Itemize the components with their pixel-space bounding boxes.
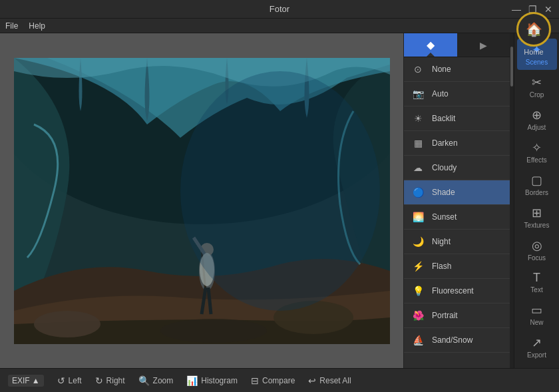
tool-icon-adjust: ⊕ — [532, 108, 542, 122]
scene-item-cloudy[interactable]: ☁Cloudy — [404, 156, 510, 180]
reset-button[interactable]: ↩ Reset All — [308, 375, 351, 386]
right-panel-wrapper: ◆ ▶ ⊙None📷Auto☀Backlit▦Darken☁Cloudy🔵Sha… — [403, 33, 559, 368]
tool-label-crop: Crop — [530, 91, 544, 98]
scene-icon-darken: ▦ — [411, 136, 425, 150]
app-title: Fotor — [270, 4, 289, 14]
reset-label: Reset All — [319, 376, 351, 385]
scene-label-sand-snow: Sand/Snow — [432, 335, 472, 345]
menu-help[interactable]: Help — [29, 21, 45, 31]
tool-icon-export: ↗ — [532, 335, 542, 350]
scene-item-sand-snow[interactable]: ⛵Sand/Snow — [404, 328, 510, 353]
tool-label-text: Text — [530, 286, 542, 294]
menu-file[interactable]: File — [5, 21, 18, 31]
scene-label-shade: Shade — [432, 188, 455, 197]
histogram-label: Histogram — [201, 376, 238, 385]
exif-arrow: ▲ — [32, 376, 40, 385]
scene-icon-fluorescent: 💡 — [411, 284, 425, 298]
tool-item-new[interactable]: ▭New — [517, 299, 557, 330]
scene-item-sunset[interactable]: 🌅Sunset — [404, 205, 510, 230]
rotate-left-button[interactable]: ↺ Left — [57, 375, 82, 386]
tool-item-textures[interactable]: ⊞Textures — [517, 202, 557, 233]
tool-label-effects: Effects — [526, 156, 546, 164]
scene-icon-shade: 🔵 — [411, 185, 425, 200]
scene-item-flash[interactable]: ⚡Flash — [404, 254, 510, 279]
scene-label-cloudy: Cloudy — [432, 163, 457, 172]
scene-item-darken[interactable]: ▦Darken — [404, 131, 510, 156]
scene-label-fluorescent: Fluorescent — [432, 286, 474, 295]
scene-icon-backlit: ☀ — [411, 111, 425, 126]
scene-icon-night: 🌙 — [411, 234, 425, 249]
reset-icon: ↩ — [308, 375, 316, 386]
tool-item-text[interactable]: TText — [517, 267, 557, 297]
tool-icon-text: T — [533, 271, 540, 285]
scene-icon-cloudy: ☁ — [411, 160, 425, 175]
tool-icon-borders: ▢ — [531, 173, 542, 188]
tool-icon-textures: ⊞ — [532, 206, 542, 220]
rotate-left-icon: ↺ — [57, 375, 65, 386]
scene-item-fluorescent[interactable]: 💡Fluorescent — [404, 279, 510, 303]
rotate-right-button[interactable]: ↻ Right — [95, 375, 125, 386]
scroll-thumb[interactable] — [510, 47, 513, 87]
cave-photo-svg — [14, 58, 390, 344]
tool-item-borders[interactable]: ▢Borders — [517, 169, 557, 200]
scene-item-shade[interactable]: 🔵Shade — [404, 180, 510, 205]
scene-label-darken: Darken — [432, 138, 458, 148]
bottom-bar: EXIF ▲ ↺ Left ↻ Right 🔍 Zoom 📊 Histogram… — [0, 368, 559, 392]
exif-button[interactable]: EXIF ▲ — [8, 375, 44, 387]
tool-label-adjust: Adjust — [528, 124, 546, 131]
compare-icon: ⊟ — [251, 375, 259, 386]
compare-button[interactable]: ⊟ Compare — [251, 375, 295, 386]
tool-item-adjust[interactable]: ⊕Adjust — [517, 104, 557, 135]
home-label: Home — [524, 48, 543, 56]
scene-label-flash: Flash — [432, 262, 451, 271]
scene-label-backlit: Backlit — [432, 114, 455, 123]
scenes-list[interactable]: ⊙None📷Auto☀Backlit▦Darken☁Cloudy🔵Shade🌅S… — [404, 57, 510, 368]
rotate-right-icon: ↻ — [95, 375, 103, 386]
scene-label-sunset: Sunset — [432, 212, 457, 222]
tool-label-borders: Borders — [525, 189, 548, 196]
tool-label-focus: Focus — [528, 254, 546, 262]
tool-icon-effects: ✧ — [532, 140, 542, 155]
scene-item-auto[interactable]: 📷Auto — [404, 82, 510, 106]
scene-icon-portrait: 🌺 — [411, 308, 425, 323]
title-bar: Fotor — ❐ ✕ — [0, 0, 559, 19]
scene-icon-auto: 📷 — [411, 87, 425, 101]
scroll-track[interactable] — [510, 33, 514, 368]
tool-label-new: New — [530, 319, 543, 326]
canvas-area — [0, 33, 403, 368]
tool-item-effects[interactable]: ✧Effects — [517, 136, 557, 168]
tool-label-textures: Textures — [524, 222, 550, 229]
scenes-tab-active[interactable]: ◆ — [404, 33, 457, 57]
zoom-label: Zoom — [153, 376, 174, 385]
scene-item-backlit[interactable]: ☀Backlit — [404, 106, 510, 131]
rotate-right-label: Right — [106, 376, 125, 385]
tool-item-focus[interactable]: ◎Focus — [517, 234, 557, 266]
rotate-left-label: Left — [69, 376, 82, 385]
scene-label-auto: Auto — [432, 89, 449, 98]
tool-item-crop[interactable]: ✂Crop — [517, 71, 557, 102]
scene-icon-sunset: 🌅 — [411, 210, 425, 224]
tool-item-export[interactable]: ↗Export — [517, 331, 557, 363]
zoom-button[interactable]: 🔍 Zoom — [138, 375, 174, 386]
scene-item-portrait[interactable]: 🌺Portrait — [404, 303, 510, 328]
compare-label: Compare — [262, 376, 295, 385]
right-toolbar: ✦Scenes✂Crop⊕Adjust✧Effects▢Borders⊞Text… — [514, 33, 559, 368]
tool-icon-new: ▭ — [531, 303, 542, 317]
tool-icon-focus: ◎ — [532, 238, 542, 253]
scenes-tab-2[interactable]: ▶ — [457, 33, 510, 57]
scene-item-night[interactable]: 🌙Night — [404, 230, 510, 254]
photo-canvas — [14, 58, 390, 344]
histogram-button[interactable]: 📊 Histogram — [186, 375, 238, 386]
home-circle[interactable]: 🏠 — [516, 12, 551, 47]
histogram-icon: 📊 — [186, 375, 198, 386]
scene-label-night: Night — [432, 237, 451, 246]
scene-icon-flash: ⚡ — [411, 259, 425, 274]
scenes-panel: ◆ ▶ ⊙None📷Auto☀Backlit▦Darken☁Cloudy🔵Sha… — [403, 33, 510, 368]
tool-label-export: Export — [527, 351, 546, 359]
scene-item-none[interactable]: ⊙None — [404, 57, 510, 82]
scene-label-none: None — [432, 65, 451, 74]
scene-label-portrait: Portrait — [432, 311, 458, 320]
main-area: ◆ ▶ ⊙None📷Auto☀Backlit▦Darken☁Cloudy🔵Sha… — [0, 33, 559, 368]
exif-label: EXIF — [12, 376, 30, 385]
home-button-overlay[interactable]: 🏠 Home — [516, 12, 551, 56]
